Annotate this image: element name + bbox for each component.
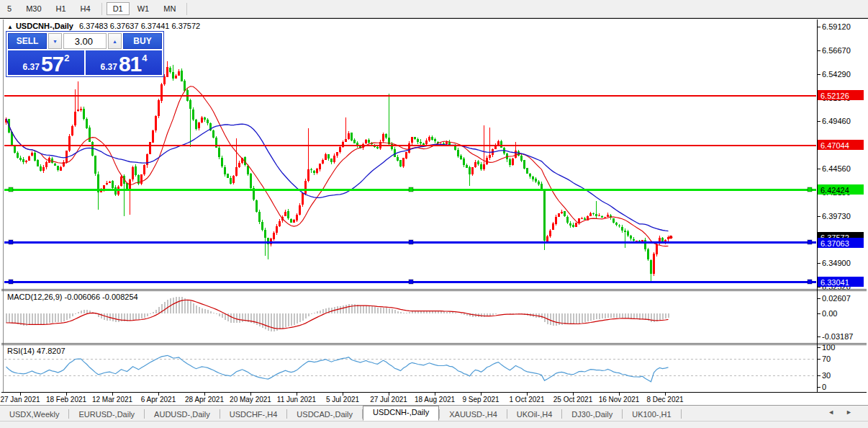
timeframe-button-mn[interactable]: MN: [157, 2, 182, 15]
chart-symbol-title: USDCNH-,Daily: [16, 22, 73, 30]
buy-price-panel[interactable]: 6.37 81 4: [86, 50, 162, 75]
price-level-label: 6.42424: [820, 186, 849, 195]
hline-handle[interactable]: [9, 240, 13, 244]
chart-ohlc-values: 6.37483 6.37637 6.37441 6.37572: [79, 22, 200, 30]
hline-handle[interactable]: [9, 187, 13, 192]
indicator-tick-label: 0.00: [822, 309, 837, 318]
time-tick-label: 5 Jul 2021: [326, 396, 360, 404]
macd-histogram: [6, 297, 669, 331]
tab-scroll-left-button[interactable]: ◄: [828, 409, 846, 416]
tab-dj30-daily[interactable]: DJ30-,Daily: [562, 409, 622, 421]
time-tick-label: 11 Jun 2021: [277, 396, 317, 404]
volume-input[interactable]: 3.00: [63, 33, 107, 49]
price-tick-label: 6.34900: [822, 259, 851, 267]
price-level-label: 6.37063: [820, 239, 849, 248]
time-tick-label: 8 Dec 2021: [646, 396, 684, 404]
hline-handle[interactable]: [409, 280, 413, 284]
rsi-indicator-label: RSI(14) 47.8207: [7, 347, 65, 355]
toolbar-separator: [101, 3, 102, 15]
hline-handle[interactable]: [808, 187, 812, 192]
time-tick-label: 25 Oct 2021: [553, 396, 593, 404]
time-tick-label: 6 Apr 2021: [141, 396, 176, 404]
indicator-tick-label: 0.02607: [822, 294, 851, 303]
hline-handle[interactable]: [808, 240, 812, 244]
price-tick-label: 6.56670: [822, 46, 851, 55]
rsi-panel: [4, 355, 816, 382]
timeframe-button-m30[interactable]: M30: [19, 2, 48, 15]
buy-price-prefix: 6.37: [101, 62, 117, 72]
tab-xauusd-h4[interactable]: XAUUSD-,H4: [440, 409, 507, 421]
price-level-label: 6.47044: [820, 141, 849, 150]
chart-window: 6.591206.566706.542906.518406.494606.470…: [0, 18, 868, 406]
price-tick-label: 6.44560: [822, 164, 851, 173]
volume-increase-button[interactable]: ▲: [108, 33, 122, 49]
chart-tab-bar: USDX,WeeklyEURUSD-,DailyAUDUSD-,DailyUSD…: [0, 405, 868, 421]
indicator-tick-label: -0.03187: [822, 332, 853, 341]
timeframe-button-5[interactable]: 5: [1, 2, 18, 15]
toolbar-separator: [186, 3, 187, 15]
tab-usdx-weekly[interactable]: USDX,Weekly: [0, 409, 68, 421]
indicator-tick-label: 100: [822, 343, 835, 352]
tab-separator: [681, 409, 682, 419]
time-tick-label: 9 Sep 2021: [462, 396, 499, 404]
status-bar: [0, 421, 868, 428]
hline-handle[interactable]: [409, 187, 413, 192]
buy-price-big: 81: [119, 53, 141, 75]
tab-usdchf-h4[interactable]: USDCHF-,H4: [220, 409, 287, 421]
price-level-label: 6.52126: [820, 92, 849, 100]
time-tick-label: 27 Jul 2021: [370, 396, 407, 404]
price-tick-label: 6.59120: [822, 22, 851, 31]
price-tick-label: 6.39730: [822, 212, 851, 220]
chart-canvas[interactable]: 6.591206.566706.542906.518406.494606.470…: [0, 19, 868, 428]
timeframe-button-d1[interactable]: D1: [107, 2, 130, 15]
time-tick-label: 28 Apr 2021: [185, 396, 224, 404]
trade-panel-toggle-icon[interactable]: ▲: [7, 24, 13, 30]
timeframe-button-h4[interactable]: H4: [74, 2, 97, 15]
hline-handle[interactable]: [9, 280, 13, 284]
price-tick-label: 6.54290: [822, 70, 851, 79]
timeframe-button-h1[interactable]: H1: [50, 2, 73, 15]
volume-decrease-button[interactable]: ▼: [48, 33, 62, 49]
timeframe-button-w1[interactable]: W1: [131, 2, 156, 15]
time-tick-label: 20 May 2021: [230, 396, 271, 404]
indicator-tick-label: 70: [822, 355, 831, 363]
macd-signal-line: [6, 300, 669, 329]
tab-usdcad-daily[interactable]: USDCAD-,Daily: [287, 409, 362, 421]
time-tick-label: 18 Aug 2021: [415, 396, 456, 404]
time-tick-label: 27 Jan 2021: [0, 396, 40, 404]
hline-handle[interactable]: [409, 240, 413, 244]
time-axis[interactable]: 27 Jan 202118 Feb 202112 Mar 20216 Apr 2…: [0, 393, 684, 404]
tab-audusd-daily[interactable]: AUDUSD-,Daily: [145, 409, 220, 421]
macd-panel: [6, 297, 669, 331]
time-tick-label: 1 Oct 2021: [510, 396, 545, 404]
sell-button[interactable]: SELL: [8, 33, 47, 49]
sell-price-panel[interactable]: 6.37 57 2: [8, 50, 84, 75]
tab-scroll-arrows: ◄►: [828, 409, 864, 416]
tab-scroll-right-button[interactable]: ►: [846, 409, 864, 416]
tab-eurusd-daily[interactable]: EURUSD-,Daily: [69, 409, 144, 421]
timeframe-toolbar: 5M30H1H4D1W1MN: [0, 0, 868, 18]
chart-header: ▲USDCNH-,Daily6.37483 6.37637 6.37441 6.…: [7, 22, 200, 30]
sell-price-big: 57: [41, 53, 63, 75]
indicator-tick-label: 30: [822, 371, 831, 380]
price-level-label: 6.33041: [820, 278, 849, 287]
tab-ukoil-h4[interactable]: UKOil-,H4: [507, 409, 562, 421]
macd-indicator-label: MACD(12,26,9) -0.006066 -0.008254: [7, 293, 138, 301]
time-tick-label: 18 Feb 2021: [46, 396, 87, 404]
tab-usdcnh-daily[interactable]: USDCNH-,Daily: [363, 406, 439, 421]
last-price-marker: [669, 236, 673, 239]
tab-uk100-h1[interactable]: UK100-,H1: [623, 409, 680, 421]
sell-price-prefix: 6.37: [23, 62, 40, 72]
sell-price-sup: 2: [64, 53, 69, 63]
price-tick-label: 6.49460: [822, 117, 851, 125]
buy-price-sup: 4: [142, 53, 147, 63]
indicator-tick-label: 0: [822, 383, 826, 391]
time-tick-label: 16 Nov 2021: [599, 396, 640, 404]
hline-handle[interactable]: [808, 280, 812, 284]
one-click-trade-widget: SELL ▼ 3.00 ▲ BUY 6.37 57 2 6.37 81 4: [6, 31, 164, 77]
time-tick-label: 12 Mar 2021: [92, 396, 133, 404]
buy-button[interactable]: BUY: [123, 33, 162, 49]
